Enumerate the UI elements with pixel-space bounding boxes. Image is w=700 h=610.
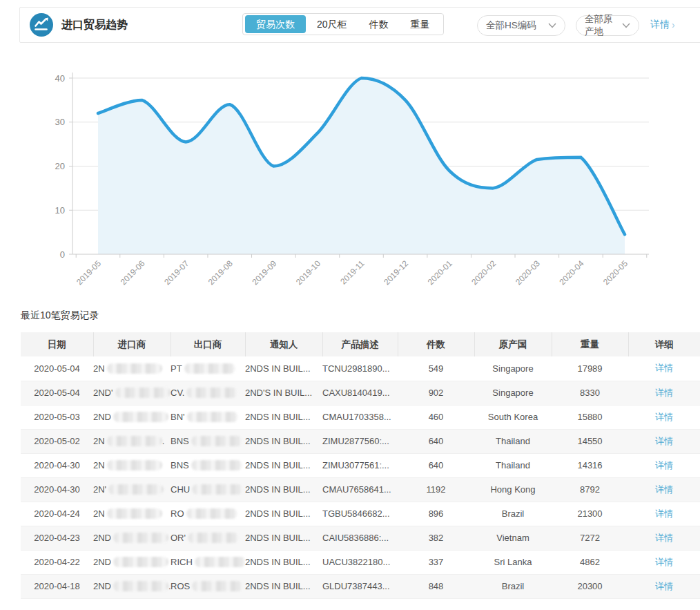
- cell-importer: 2N: [93, 356, 171, 381]
- exporter-prefix: CHU: [171, 484, 190, 495]
- row-detail-link[interactable]: 详情: [655, 533, 673, 543]
- cell-detail: 详情: [628, 356, 700, 381]
- section-title: 最近10笔贸易记录: [21, 309, 99, 322]
- row-detail-link[interactable]: 详情: [655, 363, 673, 373]
- redacted-importer-name: [113, 581, 168, 591]
- exporter-prefix: BN': [171, 412, 185, 422]
- row-detail-link[interactable]: 详情: [655, 581, 673, 591]
- cell-pieces: 549: [398, 356, 474, 381]
- exporter-prefix: RICH: [171, 557, 193, 567]
- cell-detail: 详情: [628, 574, 700, 598]
- importer-prefix: 2N: [93, 508, 105, 519]
- svg-text:2019-08: 2019-08: [206, 258, 235, 287]
- cell-origin: Hong Kong: [474, 477, 552, 502]
- importer-prefix: 2N: [93, 363, 105, 374]
- redacted-importer-name: [107, 436, 162, 446]
- svg-text:10: 10: [55, 205, 65, 216]
- cell-origin: Singapore: [474, 381, 552, 405]
- cell-detail: 详情: [628, 502, 700, 526]
- importer-prefix: 2ND: [93, 557, 111, 567]
- cell-origin: Thailand: [474, 453, 552, 477]
- redacted-importer-name: [113, 533, 168, 543]
- column-header-2: 出口商: [171, 332, 245, 356]
- table-row: 2020-05-042ND'CV.2ND'S IN BUIL...CAXU814…: [21, 381, 700, 405]
- tab-2[interactable]: 件数: [358, 15, 400, 33]
- cell-date: 2020-05-04: [21, 356, 93, 381]
- tab-0[interactable]: 贸易次数: [245, 15, 306, 33]
- tab-3[interactable]: 重量: [400, 15, 441, 33]
- svg-text:30: 30: [55, 117, 65, 127]
- svg-text:2019-09: 2019-09: [250, 258, 278, 287]
- cell-date: 2020-05-04: [21, 381, 93, 405]
- svg-text:2020-01: 2020-01: [426, 258, 454, 287]
- cell-notify: 2NDS IN BUIL...: [245, 429, 322, 453]
- exporter-prefix: PT: [171, 363, 182, 374]
- row-detail-link[interactable]: 详情: [655, 460, 673, 470]
- importer-prefix: 2N: [93, 460, 105, 470]
- cell-detail: 详情: [628, 550, 700, 574]
- row-detail-link[interactable]: 详情: [655, 508, 673, 519]
- cell-product: TCNU2981890...: [322, 356, 398, 381]
- cell-importer: 2N.: [93, 429, 171, 453]
- cell-origin: Sri Lanka: [474, 550, 552, 574]
- cell-pieces: 640: [398, 453, 474, 477]
- cell-importer: 2N: [93, 453, 171, 477]
- cell-exporter: BNS: [171, 429, 245, 453]
- cell-origin: Vietnam: [474, 526, 552, 550]
- svg-text:2019-06: 2019-06: [119, 258, 147, 287]
- row-detail-link[interactable]: 详情: [655, 484, 673, 495]
- redacted-exporter-name: [192, 581, 243, 591]
- row-detail-link[interactable]: 详情: [655, 412, 673, 422]
- cell-date: 2020-05-02: [21, 429, 93, 453]
- cell-date: 2020-04-24: [21, 502, 93, 526]
- table-row: 2020-04-302N'CHU2NDS IN BUIL...CMAU76586…: [21, 477, 700, 502]
- tab-1[interactable]: 20尺柜: [306, 15, 358, 33]
- cell-product: ZIMU3077561:...: [322, 453, 398, 477]
- origin-dropdown[interactable]: 全部原产地: [576, 15, 639, 36]
- row-detail-link[interactable]: 详情: [655, 557, 673, 567]
- metric-tab-group: 贸易次数20尺柜件数重量: [242, 13, 444, 35]
- importer-prefix: 2ND: [93, 581, 111, 591]
- cell-exporter: CV.: [171, 381, 245, 405]
- exporter-prefix: BNS: [171, 460, 189, 470]
- cell-weight: 8792: [552, 477, 628, 502]
- chevron-right-icon: ›: [672, 19, 675, 30]
- cell-weight: 17989: [552, 356, 628, 381]
- hs-code-dropdown[interactable]: 全部HS编码: [477, 15, 565, 36]
- cell-pieces: 848: [398, 574, 474, 598]
- column-header-8: 详细: [628, 332, 700, 356]
- cell-notify: 2NDS IN BUIL...: [245, 477, 322, 502]
- cell-notify: 2NDS IN BUIL...: [245, 453, 322, 477]
- cell-detail: 详情: [628, 477, 700, 502]
- table-row: 2020-05-042NPT2NDS IN BUIL...TCNU2981890…: [21, 356, 700, 381]
- redacted-importer-name: [113, 412, 168, 422]
- cell-product: CMAU1703358...: [322, 405, 398, 429]
- row-detail-link[interactable]: 详情: [655, 436, 673, 446]
- cell-product: UACU3822180...: [322, 550, 398, 574]
- redacted-importer-name: [113, 557, 168, 567]
- importer-prefix: 2N': [93, 484, 106, 495]
- cell-importer: 2ND: [93, 405, 171, 429]
- column-header-5: 件数: [398, 332, 474, 356]
- svg-text:2020-04: 2020-04: [557, 258, 585, 287]
- header-detail-label: 详情: [650, 19, 670, 31]
- redacted-importer-name: [108, 484, 164, 495]
- column-header-6: 原产国: [474, 332, 552, 356]
- cell-exporter: RICH: [171, 550, 245, 574]
- cell-notify: 2NDS IN BUIL...: [245, 574, 322, 598]
- row-detail-link[interactable]: 详情: [655, 388, 673, 398]
- cell-date: 2020-04-30: [21, 477, 93, 502]
- importer-suffix: .: [162, 436, 165, 446]
- cell-weight: 15880: [552, 405, 628, 429]
- redacted-importer-name: [107, 363, 162, 374]
- redacted-importer-name: [115, 388, 171, 398]
- cell-detail: 详情: [628, 453, 700, 477]
- svg-text:20: 20: [55, 161, 65, 171]
- trend-chart: 0102030402019-052019-062019-072019-08201…: [0, 59, 700, 305]
- exporter-prefix: OR': [171, 533, 186, 543]
- column-header-7: 重量: [552, 332, 628, 356]
- cell-pieces: 896: [398, 502, 474, 526]
- origin-dropdown-value: 全部原产地: [585, 13, 618, 38]
- cell-exporter: BN': [171, 405, 245, 429]
- header-detail-link[interactable]: 详情 ›: [650, 19, 675, 31]
